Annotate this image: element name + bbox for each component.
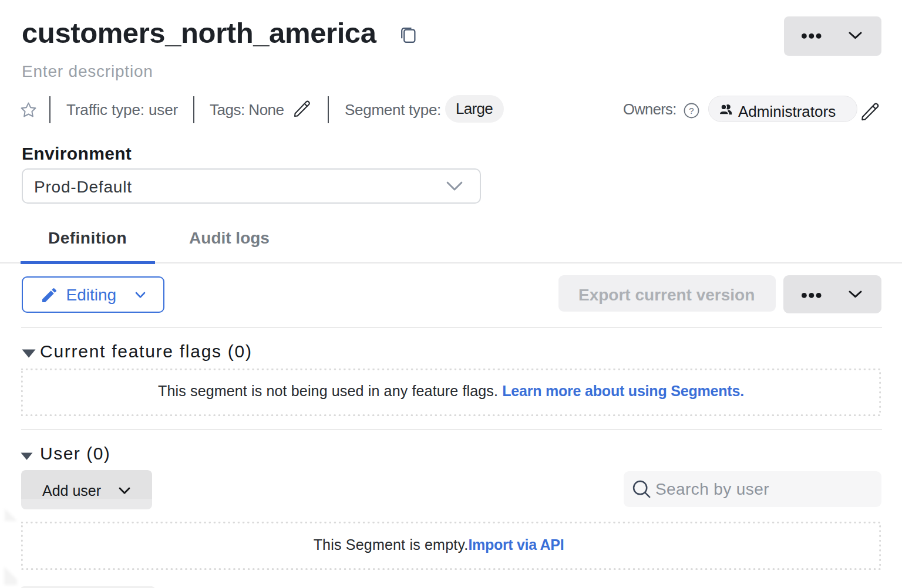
- svg-text:?: ?: [689, 106, 694, 116]
